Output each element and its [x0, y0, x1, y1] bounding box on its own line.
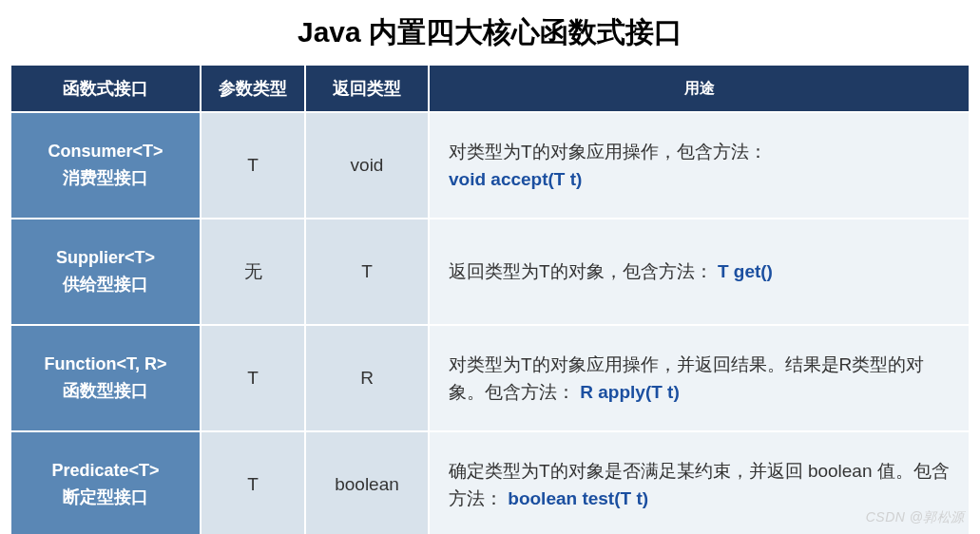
interface-cell: Supplier<T> 供给型接口 [10, 219, 201, 325]
method-signature: R apply(T t) [580, 382, 680, 402]
usage-cell: 对类型为T的对象应用操作，包含方法： void accept(T t) [429, 112, 970, 219]
page-title: Java 内置四大核心函数式接口 [10, 8, 970, 64]
interface-cn: 断定型接口 [63, 487, 148, 506]
header-return-type: 返回类型 [305, 65, 429, 112]
param-cell: 无 [201, 219, 305, 325]
usage-cell: 返回类型为T的对象，包含方法： T get() [429, 219, 970, 325]
table-row: Consumer<T> 消费型接口 T void 对类型为T的对象应用操作，包含… [10, 112, 970, 219]
interface-name: Supplier<T> [56, 248, 155, 267]
param-cell: T [201, 431, 305, 534]
param-cell: T [201, 112, 305, 219]
return-cell: void [305, 112, 429, 219]
interface-cell: Function<T, R> 函数型接口 [10, 325, 201, 431]
return-cell: T [305, 219, 429, 325]
interface-cn: 函数型接口 [63, 381, 148, 400]
interfaces-table: 函数式接口 参数类型 返回类型 用途 Consumer<T> 消费型接口 T v… [10, 64, 970, 534]
header-param-type: 参数类型 [201, 65, 305, 112]
interface-cell: Predicate<T> 断定型接口 [10, 431, 201, 534]
interface-name: Consumer<T> [48, 142, 163, 161]
usage-cell: 对类型为T的对象应用操作，并返回结果。结果是R类型的对象。包含方法： R app… [429, 325, 970, 431]
table-header-row: 函数式接口 参数类型 返回类型 用途 [10, 65, 970, 112]
method-signature: T get() [718, 261, 773, 281]
return-cell: R [305, 325, 429, 431]
usage-text: 对类型为T的对象应用操作，并返回结果。结果是R类型的对象。包含方法： [449, 354, 924, 402]
interface-cn: 供给型接口 [63, 275, 148, 294]
method-signature: boolean test(T t) [508, 488, 648, 508]
usage-text: 返回类型为T的对象，包含方法： [449, 261, 713, 281]
method-signature: void accept(T t) [449, 169, 582, 189]
table-row: Supplier<T> 供给型接口 无 T 返回类型为T的对象，包含方法： T … [10, 219, 970, 325]
interface-name: Predicate<T> [51, 461, 159, 480]
interface-cn: 消费型接口 [63, 168, 148, 187]
table-row: Function<T, R> 函数型接口 T R 对类型为T的对象应用操作，并返… [10, 325, 970, 431]
interface-cell: Consumer<T> 消费型接口 [10, 112, 201, 219]
interface-name: Function<T, R> [44, 354, 166, 373]
param-cell: T [201, 325, 305, 431]
header-interface: 函数式接口 [10, 65, 201, 112]
header-usage: 用途 [429, 65, 970, 112]
watermark: CSDN @郭松源 [866, 509, 965, 526]
usage-text: 对类型为T的对象应用操作，包含方法： [449, 142, 767, 162]
table-row: Predicate<T> 断定型接口 T boolean 确定类型为T的对象是否… [10, 431, 970, 534]
return-cell: boolean [305, 431, 429, 534]
